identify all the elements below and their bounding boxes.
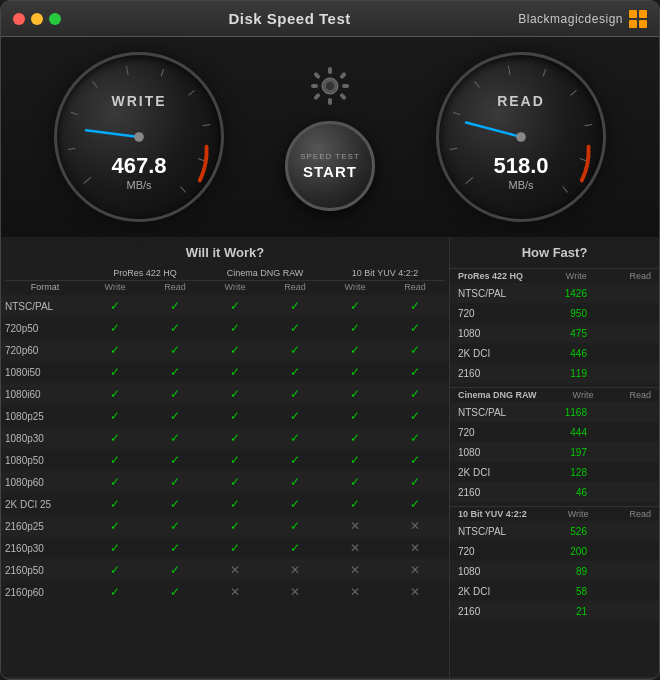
cell-yuv-w: ✓ — [325, 299, 385, 313]
cell-p422-w: ✓ — [85, 497, 145, 511]
cell-p422-r: ✓ — [145, 563, 205, 577]
list-item: 720 444 — [450, 422, 659, 442]
cell-yuv-w: ✓ — [325, 321, 385, 335]
svg-line-24 — [453, 112, 460, 115]
svg-line-10 — [86, 130, 139, 137]
table-row: 1080p25 ✓ ✓ ✓ ✓ ✓ ✓ — [1, 405, 449, 427]
list-item: 720 200 — [450, 541, 659, 561]
wiw-header-row2: Format Write Read Write Read Write Read — [5, 282, 445, 292]
cell-cdng-w: ✓ — [205, 321, 265, 335]
cell-yuv-r: ✕ — [385, 519, 445, 533]
cell-cdng-r: ✓ — [265, 475, 325, 489]
cell-p422-w: ✓ — [85, 321, 145, 335]
table-row: 2160p30 ✓ ✓ ✓ ✓ ✕ ✕ — [1, 537, 449, 559]
wiw-sub-r2: Read — [265, 282, 325, 292]
svg-rect-15 — [328, 98, 332, 105]
hf-write-header: Write — [566, 271, 587, 281]
hf-row-write: 197 — [552, 447, 587, 458]
maximize-button[interactable] — [49, 13, 61, 25]
cell-cdng-r: ✓ — [265, 365, 325, 379]
table-row: 720p60 ✓ ✓ ✓ ✓ ✓ ✓ — [1, 339, 449, 361]
cell-yuv-r: ✓ — [385, 299, 445, 313]
cell-p422-r: ✓ — [145, 321, 205, 335]
svg-line-27 — [543, 69, 546, 76]
list-item: 2160 21 — [450, 601, 659, 621]
row-format: 2160p50 — [5, 565, 85, 576]
svg-line-31 — [563, 187, 568, 193]
cell-yuv-w: ✕ — [325, 585, 385, 599]
hf-row-write: 119 — [552, 368, 587, 379]
hf-row-write: 444 — [552, 427, 587, 438]
wiw-sub-r3: Read — [385, 282, 445, 292]
list-item: NTSC/PAL 1168 — [450, 402, 659, 422]
wiw-rows: NTSC/PAL ✓ ✓ ✓ ✓ ✓ ✓ 720p50 ✓ ✓ ✓ ✓ ✓ ✓ … — [1, 295, 449, 603]
hf-row-format: 1080 — [458, 566, 518, 577]
wiw-sub-w3: Write — [325, 282, 385, 292]
speed-test-button[interactable]: SPEED TEST START — [285, 121, 375, 211]
wiw-col-yuv: 10 Bit YUV 4:2:2 — [325, 268, 445, 278]
svg-rect-20 — [313, 93, 321, 101]
row-format: 1080p60 — [5, 477, 85, 488]
row-format: 2160p30 — [5, 543, 85, 554]
svg-rect-17 — [342, 84, 349, 88]
wiw-sub-w2: Write — [205, 282, 265, 292]
hf-row-write: 58 — [552, 586, 587, 597]
hf-group-header: ProRes 422 HQ Write Read — [450, 268, 659, 283]
table-row: 1080i50 ✓ ✓ ✓ ✓ ✓ ✓ — [1, 361, 449, 383]
list-item: NTSC/PAL 526 — [450, 521, 659, 541]
write-gauge-circle: WRITE 467.8 MB/s — [54, 52, 224, 222]
close-button[interactable] — [13, 13, 25, 25]
cell-cdng-r: ✓ — [265, 409, 325, 423]
cell-p422-r: ✓ — [145, 475, 205, 489]
list-item: 2K DCI 446 — [450, 343, 659, 363]
hf-group-header: 10 Bit YUV 4:2:2 Write Read — [450, 506, 659, 521]
svg-line-25 — [474, 82, 479, 88]
cell-p422-w: ✓ — [85, 299, 145, 313]
wiw-sub-format: Format — [5, 282, 85, 292]
cell-cdng-r: ✕ — [265, 585, 325, 599]
speed-test-label: SPEED TEST — [300, 152, 360, 161]
wiw-header-row1: ProRes 422 HQ Cinema DNG RAW 10 Bit YUV … — [5, 268, 445, 281]
cell-yuv-r: ✓ — [385, 387, 445, 401]
cell-p422-r: ✓ — [145, 409, 205, 423]
list-item: 2K DCI 58 — [450, 581, 659, 601]
svg-point-33 — [516, 132, 526, 142]
hf-group-name: ProRes 422 HQ — [458, 271, 523, 281]
cell-yuv-w: ✓ — [325, 365, 385, 379]
svg-point-13 — [326, 82, 334, 90]
table-row: 1080p50 ✓ ✓ ✓ ✓ ✓ ✓ — [1, 449, 449, 471]
cell-p422-r: ✓ — [145, 387, 205, 401]
row-format: 2K DCI 25 — [5, 499, 85, 510]
cell-yuv-r: ✓ — [385, 321, 445, 335]
table-row: 2K DCI 25 ✓ ✓ ✓ ✓ ✓ ✓ — [1, 493, 449, 515]
cell-yuv-w: ✓ — [325, 409, 385, 423]
hf-read-header: Read — [629, 509, 651, 519]
cell-yuv-r: ✓ — [385, 497, 445, 511]
svg-line-7 — [203, 124, 211, 125]
hf-row-format: NTSC/PAL — [458, 407, 518, 418]
table-row: 2160p60 ✓ ✓ ✕ ✕ ✕ ✕ — [1, 581, 449, 603]
row-format: NTSC/PAL — [5, 301, 85, 312]
svg-line-22 — [466, 177, 473, 183]
cell-yuv-w: ✓ — [325, 431, 385, 445]
cell-yuv-r: ✕ — [385, 585, 445, 599]
hf-row-format: 1080 — [458, 328, 518, 339]
svg-line-0 — [84, 177, 91, 183]
cell-yuv-w: ✕ — [325, 563, 385, 577]
how-fast-panel: How Fast? ProRes 422 HQ Write Read NTSC/… — [450, 237, 659, 677]
hf-group-name: 10 Bit YUV 4:2:2 — [458, 509, 527, 519]
hf-content: ProRes 422 HQ Write Read NTSC/PAL 1426 7… — [450, 268, 659, 621]
svg-line-32 — [466, 123, 521, 137]
svg-rect-19 — [339, 72, 347, 80]
hf-group-0: ProRes 422 HQ Write Read NTSC/PAL 1426 7… — [450, 268, 659, 383]
list-item: 2160 46 — [450, 482, 659, 502]
cell-cdng-r: ✓ — [265, 431, 325, 445]
bmd-logo-text: Blackmagicdesign — [518, 12, 623, 26]
cell-p422-w: ✓ — [85, 563, 145, 577]
minimize-button[interactable] — [31, 13, 43, 25]
hf-group-2: 10 Bit YUV 4:2:2 Write Read NTSC/PAL 526… — [450, 506, 659, 621]
cell-cdng-r: ✓ — [265, 299, 325, 313]
row-format: 720p50 — [5, 323, 85, 334]
cell-cdng-r: ✓ — [265, 497, 325, 511]
hf-row-format: 2K DCI — [458, 467, 518, 478]
